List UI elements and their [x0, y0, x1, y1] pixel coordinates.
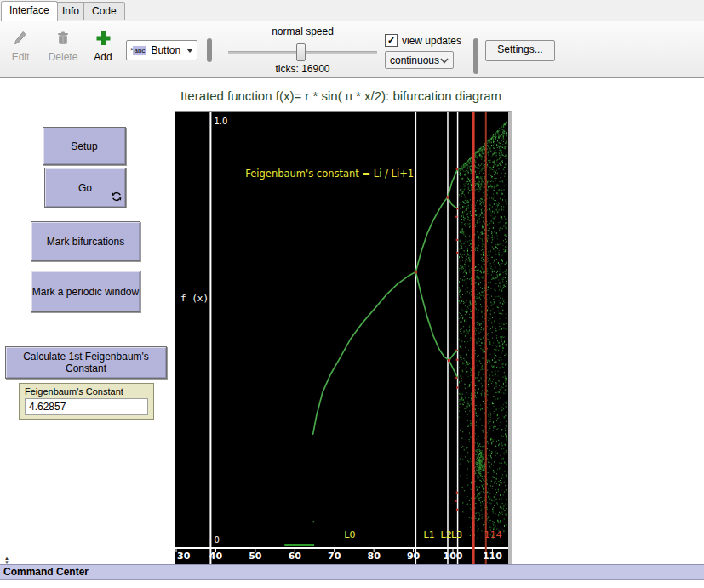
svg-text:110: 110 [483, 551, 502, 562]
svg-text:f (x): f (x) [180, 293, 209, 304]
command-center-input-area[interactable] [0, 580, 704, 588]
svg-text:L0: L0 [344, 529, 355, 540]
edit-button[interactable]: Edit [5, 30, 36, 63]
ticks-counter: ticks: 16900 [228, 63, 377, 75]
tab-info[interactable]: Info [54, 2, 88, 20]
mark-periodic-window-button[interactable]: Mark a periodic window [31, 271, 140, 312]
svg-text:70: 70 [328, 551, 341, 562]
svg-text:80: 80 [367, 551, 381, 562]
svg-text:60: 60 [289, 551, 302, 562]
toolbar-separator [207, 38, 212, 62]
speed-slider-group: normal speed ticks: 16900 [228, 26, 377, 75]
widget-type-value: Button [151, 44, 180, 56]
pencil-icon [12, 37, 29, 49]
svg-text:30: 30 [177, 551, 191, 562]
widget-type-dropdown[interactable]: * abc Button [126, 40, 197, 60]
tab-strip: Interface Info Code [0, 0, 704, 21]
slider-thumb[interactable] [296, 43, 306, 61]
toolbar-separator [473, 38, 478, 74]
svg-text:100: 100 [444, 551, 463, 562]
svg-text:L1: L1 [424, 529, 435, 540]
chevron-down-icon [186, 49, 193, 53]
speed-slider-label: normal speed [228, 26, 377, 37]
toolbar: Edit Delete Add * abc Button normal spee… [0, 21, 704, 78]
svg-text:40: 40 [209, 551, 223, 562]
svg-text:L2: L2 [441, 529, 452, 540]
trash-icon [54, 37, 72, 49]
svg-text:1.0: 1.0 [214, 117, 227, 126]
feigenbaum-monitor: Feigenbaum's Constant 4.62857 [19, 383, 154, 420]
abc-icon: abc [133, 46, 147, 55]
interface-canvas: Iterated function f(x)= r * sin( п * x/2… [0, 78, 704, 564]
settings-button[interactable]: Settings... [485, 40, 555, 61]
plus-icon [94, 37, 112, 49]
svg-text:50: 50 [249, 551, 262, 562]
update-mode-value: continuous [390, 54, 439, 66]
bifurcation-plot-canvas: 1.00f (x)Feigenbaum's constant = Li / Li… [175, 112, 508, 564]
svg-text:Feigenbaum's constant = Li / L: Feigenbaum's constant = Li / Li+1 [245, 168, 414, 180]
tab-interface[interactable]: Interface [1, 1, 58, 21]
netlogo-window: Interface Info Code Edit Delete Add * ab… [0, 0, 704, 588]
view-updates-group: ✓ view updates [385, 34, 461, 47]
view-updates-label: view updates [402, 35, 461, 47]
view-updates-checkbox[interactable]: ✓ [385, 34, 398, 47]
plot-title: Iterated function f(x)= r * sin( п * x/2… [175, 88, 507, 103]
svg-text:L3: L3 [451, 529, 462, 540]
svg-text:0: 0 [214, 535, 219, 545]
command-center-header[interactable]: Command Center [0, 564, 704, 580]
go-button[interactable]: Go [44, 168, 126, 208]
add-button[interactable]: Add [89, 30, 117, 63]
calculate-feigenbaum-button[interactable]: Calculate 1st Feigenbaum's Constant [5, 346, 167, 379]
monitor-label: Feigenbaum's Constant [25, 386, 148, 397]
plot-widget: 1.00f (x)Feigenbaum's constant = Li / Li… [175, 111, 512, 566]
delete-button[interactable]: Delete [44, 30, 82, 63]
svg-text:90: 90 [407, 551, 421, 562]
chevron-down-icon [440, 54, 449, 66]
tab-code[interactable]: Code [83, 2, 125, 20]
mark-bifurcations-button[interactable]: Mark bifurcations [31, 221, 140, 261]
speed-slider[interactable] [228, 46, 377, 58]
setup-button[interactable]: Setup [43, 127, 126, 165]
monitor-value: 4.62857 [25, 398, 148, 415]
forever-icon [112, 191, 122, 204]
svg-text:114: 114 [484, 529, 502, 540]
update-mode-dropdown[interactable]: continuous [385, 51, 454, 69]
